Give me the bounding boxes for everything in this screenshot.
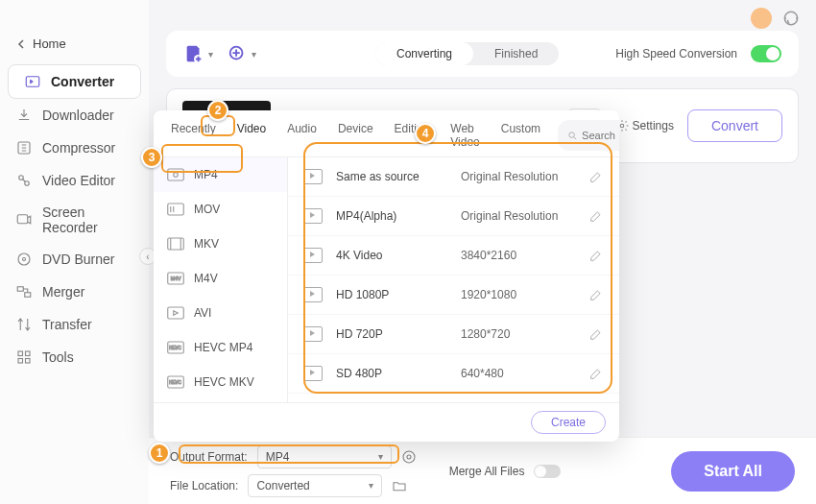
popup-tab-custom[interactable]: Custom xyxy=(497,120,544,151)
edit-icon[interactable] xyxy=(588,169,604,184)
edit-icon[interactable] xyxy=(588,287,604,302)
svg-rect-9 xyxy=(25,293,31,298)
popup-tab-recently[interactable]: Recently xyxy=(167,120,220,151)
resolution-item[interactable]: HD 1080P1920*1080 xyxy=(288,276,619,315)
format-popup: Recently Video Audio Device Editing Web … xyxy=(154,110,619,442)
gear-icon[interactable] xyxy=(401,449,417,465)
resolution-item[interactable]: SD 480P640*480 xyxy=(288,354,619,394)
resolution-value: 1920*1080 xyxy=(461,288,588,301)
sidebar-item-screen-recorder[interactable]: Screen Recorder xyxy=(0,197,149,243)
tab-finished[interactable]: Finished xyxy=(473,42,559,65)
edit-icon[interactable] xyxy=(588,248,604,263)
svg-point-7 xyxy=(23,258,26,261)
sidebar-item-tools[interactable]: Tools xyxy=(0,341,149,373)
play-icon xyxy=(303,248,323,263)
popup-tab-device[interactable]: Device xyxy=(334,120,377,151)
folder-icon[interactable] xyxy=(392,478,407,493)
sidebar-item-merger[interactable]: Merger xyxy=(0,276,149,308)
resolution-name: Same as source xyxy=(336,170,461,183)
annotation-4: 4 xyxy=(415,123,436,144)
output-format-select[interactable]: MP4▾ xyxy=(257,445,392,468)
svg-rect-28 xyxy=(168,307,184,319)
play-icon xyxy=(303,326,323,342)
high-speed-label: High Speed Conversion xyxy=(615,47,737,60)
file-location-select[interactable]: Converted▾ xyxy=(248,474,382,497)
sidebar-item-transfer[interactable]: Transfer xyxy=(0,308,149,341)
popup-search[interactable] xyxy=(558,120,619,151)
resolution-value: 3840*2160 xyxy=(461,249,588,262)
high-speed-toggle[interactable] xyxy=(751,45,781,62)
format-label: AVI xyxy=(194,306,211,320)
create-button[interactable]: Create xyxy=(531,411,606,434)
resolution-item[interactable]: Same as sourceOriginal Resolution xyxy=(288,157,619,197)
annotation-1: 1 xyxy=(149,443,170,464)
sidebar-item-compressor[interactable]: Compressor xyxy=(0,132,149,164)
edit-icon[interactable] xyxy=(588,326,604,342)
format-hevc-mp4[interactable]: HEVCHEVC MP4 xyxy=(154,330,287,365)
resolution-item[interactable]: MP4(Alpha)Original Resolution xyxy=(288,197,619,236)
chevron-down-icon: ▾ xyxy=(208,49,213,60)
output-format-value: MP4 xyxy=(266,450,290,464)
sidebar-item-converter[interactable]: Converter xyxy=(8,64,141,99)
sidebar-item-label: Compressor xyxy=(42,140,115,156)
add-url-button[interactable]: ▾ xyxy=(227,43,256,64)
popup-tab-webvideo[interactable]: Web Video xyxy=(446,120,483,151)
format-mp4[interactable]: MP4 xyxy=(154,157,287,192)
svg-point-6 xyxy=(18,253,30,265)
resolution-value: Original Resolution xyxy=(461,209,588,223)
edit-icon[interactable] xyxy=(588,208,604,224)
resolution-item[interactable]: HD 720P1280*720 xyxy=(288,315,619,354)
settings-label: Settings xyxy=(633,119,674,132)
settings-button[interactable]: Settings xyxy=(615,119,674,132)
svg-point-21 xyxy=(569,132,575,137)
annotation-3: 3 xyxy=(141,147,162,168)
svg-point-19 xyxy=(407,455,411,459)
file-location-value: Converted xyxy=(256,479,309,492)
sidebar-item-dvd-burner[interactable]: DVD Burner xyxy=(0,243,149,276)
play-icon xyxy=(303,287,323,302)
svg-rect-8 xyxy=(17,287,23,292)
add-file-button[interactable]: ▾ xyxy=(183,43,213,64)
sidebar-item-label: Screen Recorder xyxy=(42,204,133,235)
format-mkv[interactable]: MKV xyxy=(154,227,287,261)
sidebar-item-label: Video Editor xyxy=(42,173,115,188)
output-format-label: Output Format: xyxy=(170,450,248,464)
format-label: M4V xyxy=(194,272,218,285)
svg-point-23 xyxy=(174,173,179,178)
tab-converting[interactable]: Converting xyxy=(375,42,473,65)
sidebar-item-label: Converter xyxy=(51,74,114,89)
edit-icon[interactable] xyxy=(588,366,604,381)
svg-rect-5 xyxy=(17,215,28,224)
format-mov[interactable]: MOV xyxy=(154,192,287,227)
merge-toggle[interactable] xyxy=(534,465,561,478)
annotation-2: 2 xyxy=(207,100,228,121)
bottom-bar: Output Format: MP4▾ File Location: Conve… xyxy=(149,437,816,504)
format-label: MP4 xyxy=(194,168,218,181)
svg-text:HEVC: HEVC xyxy=(169,346,181,350)
search-icon xyxy=(567,131,578,141)
convert-button[interactable]: Convert xyxy=(687,109,782,142)
sidebar-item-video-editor[interactable]: Video Editor xyxy=(0,164,149,197)
sidebar: Home Converter Downloader Compressor Vid… xyxy=(0,0,149,504)
popup-tab-audio[interactable]: Audio xyxy=(283,120,321,151)
sidebar-item-label: Merger xyxy=(42,284,84,300)
merge-label: Merge All Files xyxy=(449,465,525,478)
svg-text:HEVC: HEVC xyxy=(169,380,181,385)
search-input[interactable] xyxy=(582,130,619,141)
resolution-name: HD 1080P xyxy=(336,288,461,301)
resolution-list: Same as sourceOriginal Resolution MP4(Al… xyxy=(288,157,619,402)
start-all-button[interactable]: Start All xyxy=(671,451,795,492)
sidebar-item-downloader[interactable]: Downloader xyxy=(0,99,149,132)
resolution-item[interactable]: 4K Video3840*2160 xyxy=(288,236,619,276)
svg-rect-12 xyxy=(18,359,23,364)
svg-point-20 xyxy=(403,451,415,463)
play-icon xyxy=(303,169,323,184)
format-m4v[interactable]: M4VM4V xyxy=(154,261,287,296)
svg-rect-22 xyxy=(168,169,184,180)
format-hevc-mkv[interactable]: HEVCHEVC MKV xyxy=(154,365,287,399)
popup-tab-video[interactable]: Video xyxy=(233,120,270,151)
format-avi[interactable]: AVI xyxy=(154,296,287,330)
sidebar-item-label: DVD Burner xyxy=(42,252,114,267)
resolution-name: HD 720P xyxy=(336,327,461,341)
home-button[interactable]: Home xyxy=(0,31,149,57)
